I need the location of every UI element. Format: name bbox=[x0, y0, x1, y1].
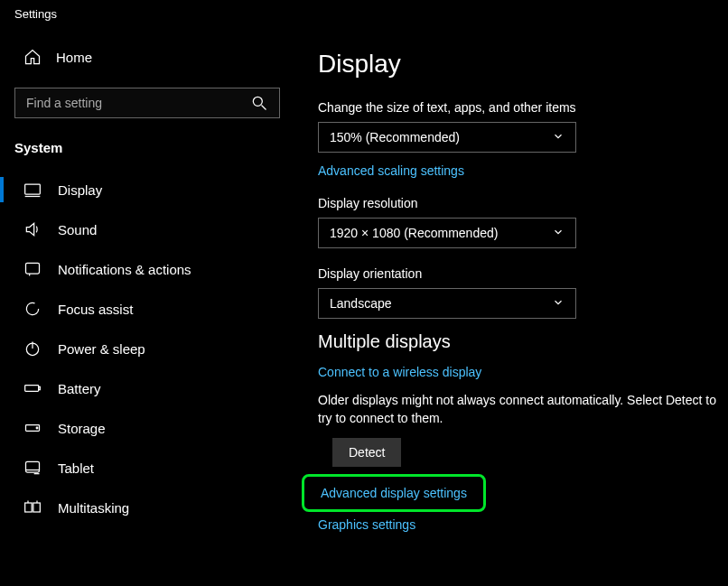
svg-rect-15 bbox=[25, 503, 33, 512]
svg-line-1 bbox=[262, 106, 266, 110]
orientation-dropdown[interactable]: Landscape bbox=[318, 288, 576, 319]
multiple-displays-heading: Multiple displays bbox=[318, 331, 717, 352]
multitasking-icon bbox=[23, 498, 42, 516]
sidebar-item-label: Display bbox=[58, 182, 102, 198]
chevron-down-icon bbox=[552, 130, 565, 145]
page-title: Display bbox=[318, 50, 717, 79]
search-input[interactable]: Find a setting bbox=[14, 88, 280, 118]
resolution-value: 1920 × 1080 (Recommended) bbox=[330, 226, 498, 240]
focus-assist-icon bbox=[23, 300, 42, 318]
sidebar-item-label: Sound bbox=[58, 222, 97, 237]
home-button[interactable]: Home bbox=[14, 39, 289, 75]
svg-rect-4 bbox=[26, 263, 40, 274]
svg-rect-16 bbox=[33, 503, 41, 512]
resolution-dropdown[interactable]: 1920 × 1080 (Recommended) bbox=[318, 218, 576, 248]
scale-value: 150% (Recommended) bbox=[330, 130, 460, 144]
orientation-group: Display orientation Landscape bbox=[318, 266, 717, 319]
notifications-icon bbox=[23, 260, 42, 278]
sidebar-item-label: Tablet bbox=[58, 460, 94, 476]
sidebar-item-label: Notifications & actions bbox=[58, 262, 191, 277]
sound-icon bbox=[23, 220, 42, 238]
sidebar-item-sound[interactable]: Sound bbox=[14, 209, 289, 249]
sidebar-item-focus-assist[interactable]: Focus assist bbox=[14, 289, 289, 329]
sidebar-item-tablet[interactable]: Tablet bbox=[14, 448, 289, 488]
sidebar: Home Find a setting System Display Sound bbox=[0, 28, 289, 586]
orientation-label: Display orientation bbox=[318, 266, 717, 281]
sidebar-item-label: Multitasking bbox=[58, 500, 129, 516]
svg-rect-2 bbox=[25, 184, 41, 194]
window-title: Settings bbox=[0, 0, 728, 28]
scale-label: Change the size of text, apps, and other… bbox=[318, 100, 717, 115]
sidebar-item-multitasking[interactable]: Multitasking bbox=[14, 488, 289, 527]
display-icon bbox=[23, 181, 42, 199]
graphics-settings-link[interactable]: Graphics settings bbox=[318, 517, 415, 532]
chevron-down-icon bbox=[552, 296, 565, 312]
sidebar-section-title: System bbox=[14, 136, 289, 164]
chevron-down-icon bbox=[552, 226, 565, 241]
highlight-annotation: Advanced display settings bbox=[302, 474, 486, 512]
tablet-icon bbox=[23, 459, 42, 477]
sidebar-item-label: Storage bbox=[58, 421, 106, 436]
sidebar-item-display[interactable]: Display bbox=[14, 170, 289, 209]
wireless-display-link[interactable]: Connect to a wireless display bbox=[318, 365, 481, 379]
svg-point-11 bbox=[36, 427, 38, 429]
main-panel: Display Change the size of text, apps, a… bbox=[289, 28, 728, 586]
search-placeholder: Find a setting bbox=[26, 96, 102, 110]
sidebar-item-storage[interactable]: Storage bbox=[14, 408, 289, 448]
svg-rect-12 bbox=[26, 461, 40, 472]
home-icon bbox=[23, 48, 42, 66]
detect-button[interactable]: Detect bbox=[332, 438, 401, 467]
detect-help-text: Older displays might not always connect … bbox=[318, 392, 717, 427]
search-icon bbox=[250, 94, 268, 112]
advanced-scaling-link[interactable]: Advanced scaling settings bbox=[318, 163, 464, 178]
advanced-display-settings-link[interactable]: Advanced display settings bbox=[321, 486, 467, 500]
sidebar-item-power-sleep[interactable]: Power & sleep bbox=[14, 329, 289, 368]
sidebar-item-label: Focus assist bbox=[58, 302, 133, 317]
orientation-value: Landscape bbox=[330, 296, 392, 311]
resolution-label: Display resolution bbox=[318, 196, 717, 210]
scale-group: Change the size of text, apps, and other… bbox=[318, 100, 717, 178]
sidebar-item-battery[interactable]: Battery bbox=[14, 368, 289, 408]
home-label: Home bbox=[56, 50, 92, 65]
svg-rect-9 bbox=[39, 386, 41, 389]
svg-point-0 bbox=[253, 97, 262, 106]
sidebar-nav: Display Sound Notifications & actions Fo… bbox=[14, 170, 289, 527]
storage-icon bbox=[23, 419, 42, 437]
sidebar-item-label: Battery bbox=[58, 381, 101, 396]
sidebar-item-notifications[interactable]: Notifications & actions bbox=[14, 249, 289, 289]
battery-icon bbox=[23, 379, 42, 397]
power-icon bbox=[23, 340, 42, 358]
svg-rect-8 bbox=[25, 386, 39, 392]
sidebar-item-label: Power & sleep bbox=[58, 341, 145, 357]
scale-dropdown[interactable]: 150% (Recommended) bbox=[318, 122, 576, 153]
resolution-group: Display resolution 1920 × 1080 (Recommen… bbox=[318, 196, 717, 248]
